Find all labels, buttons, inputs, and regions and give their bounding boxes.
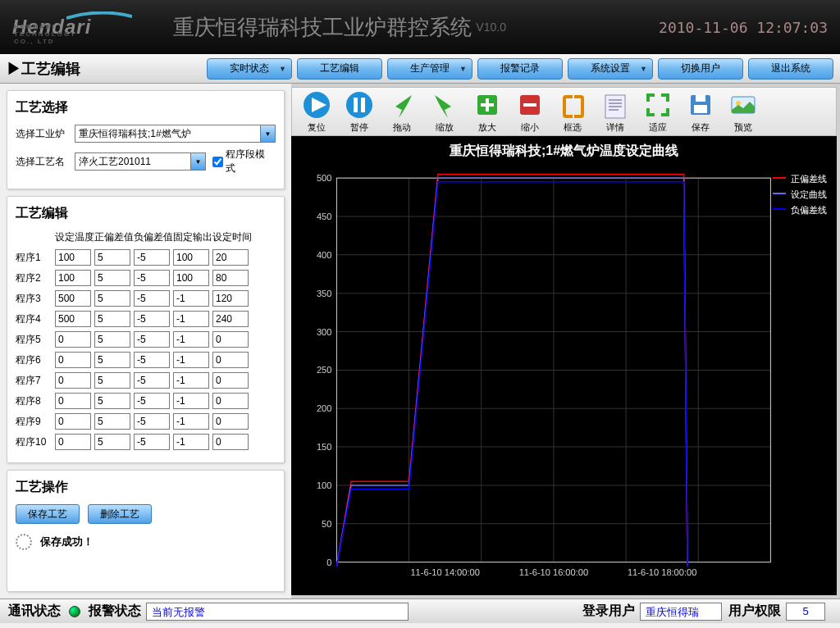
cell-input-4-1[interactable]	[94, 331, 130, 348]
cell-input-0-3[interactable]	[173, 249, 209, 266]
cell-input-7-4[interactable]	[212, 393, 249, 409]
row-label: 程序9	[16, 415, 55, 429]
预览-button[interactable]: 预览	[724, 90, 763, 134]
detail-icon	[600, 90, 630, 120]
chevron-down-icon[interactable]: ▼	[260, 125, 275, 142]
svg-text:11-6-10 14:00:00: 11-6-10 14:00:00	[410, 567, 479, 577]
cell-input-9-4[interactable]	[212, 434, 249, 450]
cell-input-3-1[interactable]	[94, 311, 130, 327]
delete-process-button[interactable]: 删除工艺	[88, 504, 152, 524]
save-icon	[686, 90, 715, 120]
cell-input-8-1[interactable]	[94, 413, 130, 430]
cell-input-0-2[interactable]	[134, 249, 170, 266]
适应-button[interactable]: 适应	[638, 90, 678, 134]
svg-text:100: 100	[317, 480, 331, 490]
save-process-button[interactable]: 保存工艺	[16, 504, 80, 524]
cell-input-2-0[interactable]	[55, 290, 91, 307]
暂停-button[interactable]: 暂停	[340, 90, 379, 134]
cell-input-8-2[interactable]	[134, 413, 170, 430]
menu-btn-2[interactable]: 生产管理▼	[387, 58, 472, 80]
tool-label: 预览	[734, 121, 752, 134]
cell-input-1-1[interactable]	[94, 270, 130, 286]
cell-input-5-4[interactable]	[212, 352, 249, 368]
legend-label: 负偏差线	[791, 204, 827, 216]
menu-btn-5[interactable]: 切换用户	[658, 58, 743, 80]
cell-input-3-0[interactable]	[55, 311, 91, 327]
复位-button[interactable]: 复位	[297, 90, 336, 134]
保存-button[interactable]: 保存	[681, 90, 720, 134]
cell-input-5-3[interactable]	[173, 352, 209, 368]
cell-input-1-4[interactable]	[212, 270, 249, 286]
cell-input-7-3[interactable]	[173, 393, 209, 409]
menu-btn-6[interactable]: 退出系统	[748, 58, 833, 80]
ops-panel: 工艺操作 保存工艺 删除工艺 保存成功！	[7, 470, 285, 592]
app-title: 重庆恒得瑞科技工业炉群控系统	[173, 13, 472, 42]
cell-input-5-1[interactable]	[94, 352, 130, 368]
cell-input-8-0[interactable]	[55, 413, 91, 430]
cell-input-5-2[interactable]	[134, 352, 170, 368]
cell-input-6-1[interactable]	[94, 372, 130, 389]
row-label: 程序2	[16, 271, 55, 285]
cell-input-4-0[interactable]	[55, 331, 91, 348]
zoom-icon	[430, 90, 459, 120]
cell-input-6-0[interactable]	[55, 372, 91, 389]
cell-input-9-3[interactable]	[173, 434, 209, 450]
cell-input-2-4[interactable]	[212, 290, 249, 307]
process-dropdown[interactable]: 淬火工艺201011▼	[75, 152, 206, 171]
cell-input-4-2[interactable]	[134, 331, 170, 348]
menu-btn-0[interactable]: 实时状态▼	[207, 58, 292, 80]
cell-input-7-2[interactable]	[134, 393, 170, 409]
cell-input-7-0[interactable]	[55, 393, 91, 409]
框选-button[interactable]: 框选	[553, 90, 592, 134]
cell-input-3-2[interactable]	[134, 311, 170, 327]
详情-button[interactable]: 详情	[596, 90, 635, 134]
legend-item: 正偏差线	[773, 173, 827, 185]
cell-input-4-4[interactable]	[212, 331, 249, 348]
cell-input-8-3[interactable]	[173, 413, 209, 430]
cell-input-9-1[interactable]	[94, 434, 130, 450]
cell-input-2-3[interactable]	[173, 290, 209, 307]
cell-input-0-1[interactable]	[94, 249, 130, 266]
缩放-button[interactable]: 缩放	[425, 90, 464, 134]
cell-input-1-2[interactable]	[134, 270, 170, 286]
cell-input-1-0[interactable]	[55, 270, 91, 286]
cell-input-5-0[interactable]	[55, 352, 91, 368]
chevron-down-icon[interactable]: ▼	[190, 153, 205, 170]
svg-rect-9	[694, 105, 707, 113]
svg-text:11-6-10 18:00:00: 11-6-10 18:00:00	[628, 567, 696, 577]
spinner-icon	[16, 534, 32, 550]
segment-mode-checkbox[interactable]: 程序段模式	[212, 148, 272, 175]
row-label: 程序10	[16, 435, 55, 449]
cell-input-7-1[interactable]	[94, 393, 130, 409]
缩小-button[interactable]: 缩小	[510, 90, 550, 134]
cell-input-2-1[interactable]	[94, 290, 130, 307]
cell-input-9-2[interactable]	[134, 434, 170, 450]
logo-swoosh-icon	[66, 11, 132, 21]
cell-input-6-4[interactable]	[212, 372, 249, 389]
放大-button[interactable]: 放大	[468, 90, 507, 134]
cell-input-6-2[interactable]	[134, 372, 170, 389]
cell-input-0-4[interactable]	[212, 249, 249, 266]
cell-input-1-3[interactable]	[173, 270, 209, 286]
cell-input-3-4[interactable]	[212, 311, 249, 327]
拖动-button[interactable]: 拖动	[382, 90, 422, 134]
chart-svg[interactable]: 05010015020025030035040045050011-6-10 14…	[291, 163, 837, 598]
furnace-dropdown[interactable]: 重庆恒得瑞科技;1#燃气炉▼	[75, 125, 276, 143]
cell-input-6-3[interactable]	[173, 372, 209, 389]
col-header: 设定时间	[212, 230, 252, 244]
row-label: 程序3	[16, 292, 55, 306]
cell-input-3-3[interactable]	[173, 311, 209, 327]
tool-label: 详情	[606, 121, 624, 134]
cell-input-8-4[interactable]	[212, 413, 249, 430]
app-header: Hendari HENDARI TECHNOLOGY CO., LTD 重庆恒得…	[0, 0, 840, 54]
menu-btn-4[interactable]: 系统设置▼	[568, 58, 653, 80]
tool-label: 复位	[308, 121, 326, 134]
tool-label: 框选	[564, 121, 582, 134]
alarm-text: 当前无报警	[146, 603, 409, 621]
cell-input-2-2[interactable]	[134, 290, 170, 307]
cell-input-0-0[interactable]	[55, 249, 91, 266]
cell-input-4-3[interactable]	[173, 331, 209, 348]
menu-btn-1[interactable]: 工艺编辑	[297, 58, 382, 80]
menu-btn-3[interactable]: 报警记录	[477, 58, 563, 80]
cell-input-9-0[interactable]	[55, 434, 91, 450]
